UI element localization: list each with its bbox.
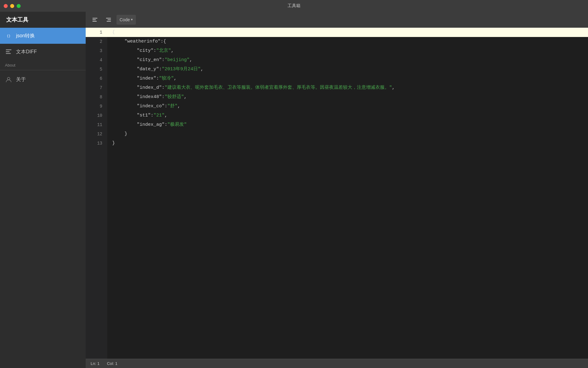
code-dropdown-label: Code [120, 17, 130, 22]
line-number-12: 12 [86, 129, 107, 139]
svg-rect-6 [92, 18, 97, 18]
svg-rect-2 [6, 49, 11, 50]
line-number-8: 8 [86, 92, 107, 102]
code-line-3: "city": "北京", [112, 46, 583, 55]
code-line-4: "city_en": "beijing", [112, 55, 583, 65]
close-button[interactable] [4, 4, 8, 8]
svg-rect-4 [6, 53, 11, 54]
toolbar: Code ▾ [86, 12, 588, 28]
person-icon [5, 76, 12, 83]
align-right-button[interactable] [103, 14, 114, 25]
content-area: Code ▾ 12345678910111213 {"weatherinfo":… [86, 12, 588, 368]
code-line-7: "index_d": "建议着大衣、呢外套加毛衣、卫衣等服装。体弱者宜着厚外套、… [112, 83, 583, 92]
chevron-down-icon: ▾ [131, 18, 133, 22]
sidebar-item-about-label: 关于 [16, 76, 26, 83]
line-number-3: 3 [86, 46, 107, 55]
sidebar-divider [0, 70, 86, 70]
line-number-9: 9 [86, 102, 107, 111]
sidebar: 文本工具 {} json转换 文本DIFF A [0, 12, 86, 368]
svg-rect-3 [6, 51, 10, 52]
diff-icon [5, 48, 12, 55]
sidebar-item-about[interactable]: 关于 [0, 72, 86, 88]
window-title: 工具箱 [288, 3, 300, 9]
ln-indicator: Ln: 1 [91, 361, 100, 366]
line-number-13: 13 [86, 139, 107, 148]
line-number-1: 1 [86, 28, 107, 37]
svg-rect-10 [108, 19, 111, 20]
maximize-button[interactable] [17, 4, 21, 8]
svg-text:{}: {} [7, 34, 10, 38]
code-line-5: "date_y": "2013年9月24日", [112, 65, 583, 74]
sidebar-item-diff[interactable]: 文本DIFF [0, 44, 86, 60]
titlebar: 工具箱 [0, 0, 588, 12]
line-number-4: 4 [86, 55, 107, 65]
code-line-1: { [107, 28, 588, 37]
line-number-7: 7 [86, 83, 107, 92]
line-number-2: 2 [86, 37, 107, 46]
code-line-12: } [112, 129, 583, 139]
code-line-8: "index48": "较舒适", [112, 92, 583, 102]
line-number-10: 10 [86, 111, 107, 120]
line-number-5: 5 [86, 65, 107, 74]
svg-rect-7 [92, 19, 96, 20]
main-layout: 文本工具 {} json转换 文本DIFF A [0, 12, 588, 368]
code-line-9: "index_co": "舒", [112, 102, 583, 111]
col-indicator: Col: 1 [107, 361, 117, 366]
sidebar-title: 文本工具 [6, 16, 28, 23]
code-dropdown[interactable]: Code ▾ [116, 15, 136, 25]
line-number-11: 11 [86, 120, 107, 129]
json-icon: {} [5, 32, 12, 39]
traffic-lights [4, 4, 21, 8]
code-line-13: } [112, 139, 583, 148]
code-line-2: "weatherinfo": { [112, 37, 583, 46]
editor-area: 12345678910111213 {"weatherinfo": {"city… [86, 28, 588, 359]
about-section-label: About [0, 60, 86, 69]
sidebar-item-json-label: json转换 [16, 33, 35, 39]
line-numbers: 12345678910111213 [86, 28, 107, 359]
minimize-button[interactable] [10, 4, 14, 8]
code-content[interactable]: {"weatherinfo": {"city": "北京","city_en":… [107, 28, 588, 359]
sidebar-header: 文本工具 [0, 12, 86, 28]
line-number-6: 6 [86, 74, 107, 83]
statusbar: Ln: 1 Col: 1 [86, 359, 588, 368]
sidebar-item-diff-label: 文本DIFF [16, 49, 37, 55]
align-left-button[interactable] [89, 14, 100, 25]
svg-rect-11 [107, 21, 111, 22]
svg-rect-9 [106, 18, 111, 18]
code-line-6: "index": "较冷", [112, 74, 583, 83]
code-line-10: "st1": "21", [112, 111, 583, 120]
svg-rect-8 [92, 21, 97, 22]
code-line-11: "index_ag": "极易发" [112, 120, 583, 129]
svg-point-5 [7, 77, 10, 80]
sidebar-item-json[interactable]: {} json转换 [0, 28, 86, 44]
